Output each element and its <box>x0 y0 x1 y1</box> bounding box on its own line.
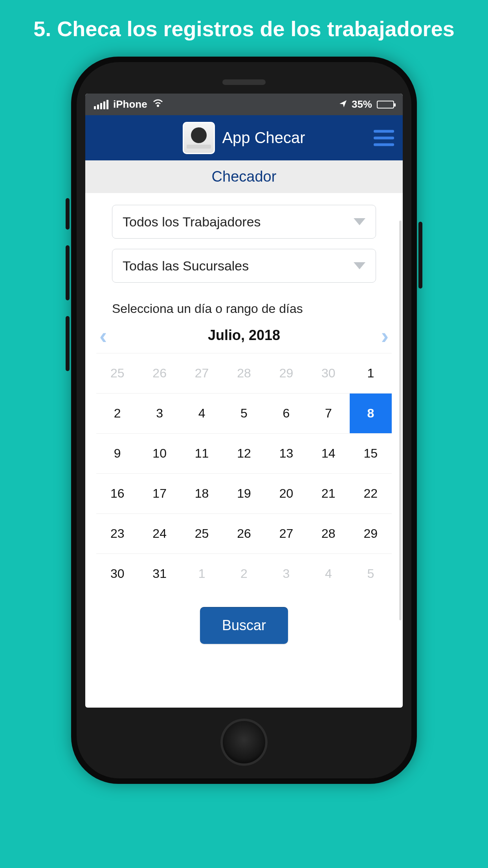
calendar-day[interactable]: 9 <box>96 433 138 473</box>
calendar-day[interactable]: 26 <box>223 513 265 554</box>
calendar-day[interactable]: 19 <box>223 473 265 513</box>
calendar-day[interactable]: 10 <box>138 433 180 473</box>
status-bar: iPhone 35% <box>85 94 403 115</box>
calendar-day[interactable]: 24 <box>138 513 180 554</box>
helper-text: Selecciona un día o rango de días <box>96 293 392 322</box>
scrollbar[interactable] <box>399 221 402 620</box>
calendar-day[interactable]: 2 <box>223 554 265 594</box>
content-area: Todos los Trabajadores Todas las Sucursa… <box>85 193 403 652</box>
calendar-day[interactable]: 1 <box>350 353 392 393</box>
app-title: App Checar <box>222 129 305 147</box>
phone-side-button <box>418 222 422 289</box>
branches-select-label: Todas las Sucursales <box>123 258 249 274</box>
chevron-down-icon <box>354 218 365 225</box>
calendar-day[interactable]: 20 <box>265 473 307 513</box>
calendar-day[interactable]: 26 <box>138 353 180 393</box>
phone-device: iPhone 35% <box>71 57 417 784</box>
calendar-day[interactable]: 17 <box>138 473 180 513</box>
calendar-day[interactable]: 5 <box>223 393 265 433</box>
workers-select[interactable]: Todos los Trabajadores <box>112 205 376 239</box>
calendar-day[interactable]: 25 <box>181 513 223 554</box>
calendar-day[interactable]: 15 <box>350 433 392 473</box>
search-button[interactable]: Buscar <box>200 607 288 644</box>
screen: iPhone 35% <box>85 94 403 708</box>
location-icon <box>339 98 347 110</box>
battery-icon <box>377 101 394 108</box>
calendar-day[interactable]: 3 <box>138 393 180 433</box>
calendar-grid: 2526272829301234567891011121314151617181… <box>96 353 392 594</box>
calendar-day[interactable]: 11 <box>181 433 223 473</box>
menu-icon[interactable] <box>374 130 394 146</box>
workers-select-label: Todos los Trabajadores <box>123 214 261 230</box>
calendar-day[interactable]: 6 <box>265 393 307 433</box>
phone-side-button <box>66 245 70 300</box>
calendar-day[interactable]: 25 <box>96 353 138 393</box>
home-button[interactable] <box>220 719 268 766</box>
chevron-down-icon <box>354 262 365 269</box>
calendar-day[interactable]: 21 <box>307 473 349 513</box>
calendar-day[interactable]: 5 <box>350 554 392 594</box>
calendar-day[interactable]: 16 <box>96 473 138 513</box>
app-header: App Checar <box>85 115 403 160</box>
calendar-day[interactable]: 13 <box>265 433 307 473</box>
calendar-day[interactable]: 4 <box>307 554 349 594</box>
calendar-day[interactable]: 28 <box>307 513 349 554</box>
calendar-day[interactable]: 23 <box>96 513 138 554</box>
calendar-day[interactable]: 12 <box>223 433 265 473</box>
prev-month-button[interactable]: ‹ <box>99 330 107 341</box>
phone-side-button <box>66 198 70 230</box>
next-month-button[interactable]: › <box>381 330 389 341</box>
calendar-day[interactable]: 4 <box>181 393 223 433</box>
calendar-day[interactable]: 14 <box>307 433 349 473</box>
branches-select[interactable]: Todas las Sucursales <box>112 249 376 283</box>
promo-heading: 5. Checa los registros de los trabajador… <box>0 0 488 57</box>
phone-speaker <box>222 79 266 85</box>
calendar-day[interactable]: 18 <box>181 473 223 513</box>
calendar-day[interactable]: 29 <box>265 353 307 393</box>
page-subtitle: Checador <box>85 160 403 193</box>
calendar-day[interactable]: 22 <box>350 473 392 513</box>
app-logo-icon <box>183 122 215 154</box>
calendar-day[interactable]: 29 <box>350 513 392 554</box>
battery-percent: 35% <box>352 98 372 110</box>
calendar-day[interactable]: 3 <box>265 554 307 594</box>
calendar-day[interactable]: 28 <box>223 353 265 393</box>
calendar-day[interactable]: 30 <box>96 554 138 594</box>
calendar-day[interactable]: 7 <box>307 393 349 433</box>
calendar-day[interactable]: 31 <box>138 554 180 594</box>
phone-side-button <box>66 316 70 371</box>
month-label: Julio, 2018 <box>208 327 280 344</box>
signal-icon <box>94 100 108 109</box>
calendar-day[interactable]: 1 <box>181 554 223 594</box>
wifi-icon <box>152 98 164 110</box>
carrier-label: iPhone <box>113 98 147 110</box>
calendar-day[interactable]: 27 <box>181 353 223 393</box>
calendar-day[interactable]: 2 <box>96 393 138 433</box>
calendar-day[interactable]: 27 <box>265 513 307 554</box>
calendar: ‹ Julio, 2018 › 252627282930123456789101… <box>96 322 392 594</box>
calendar-day[interactable]: 8 <box>350 393 392 433</box>
calendar-day[interactable]: 30 <box>307 353 349 393</box>
